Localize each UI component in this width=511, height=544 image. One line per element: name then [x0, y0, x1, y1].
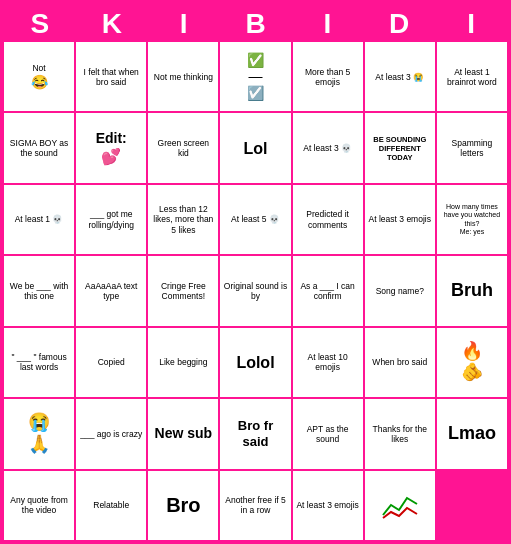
- cell-1-4[interactable]: At least 3 💀: [293, 113, 363, 182]
- cell-emoji: 🔥🫵: [461, 341, 483, 384]
- cell-text: Not me thinking: [154, 72, 213, 82]
- cell-2-0[interactable]: Spamming letters: [437, 113, 507, 182]
- cell-text: Like begging: [159, 357, 207, 367]
- cell-5-4[interactable]: Bro fr said: [220, 399, 290, 468]
- cell-text: ___ ago is crazy: [80, 429, 142, 439]
- cell-6-4[interactable]: Another free if 5 in a row: [220, 471, 290, 540]
- cell-4-0[interactable]: Bruh: [437, 256, 507, 325]
- cell-4-3[interactable]: Like begging: [148, 328, 218, 397]
- header-d: D: [363, 8, 435, 40]
- cell-text: At least 3 emojis: [296, 500, 358, 510]
- cell-0-1[interactable]: I felt that when bro said: [76, 42, 146, 111]
- cell-text: Less than 12 likes, more than 5 likes: [151, 204, 215, 235]
- header-i1: I: [148, 8, 220, 40]
- cell-text: Edit:: [96, 130, 127, 147]
- cell-2-3[interactable]: Less than 12 likes, more than 5 likes: [148, 185, 218, 254]
- cell-6-1[interactable]: Any quote from the video: [4, 471, 74, 540]
- cell-6-6[interactable]: [365, 471, 435, 540]
- cell-3-2[interactable]: AaAaAaA text type: [76, 256, 146, 325]
- header-s: S: [4, 8, 76, 40]
- cell-4-4[interactable]: Lolol: [220, 328, 290, 397]
- cell-2-5[interactable]: Predicted it comments: [293, 185, 363, 254]
- cell-text: Song name?: [376, 286, 424, 296]
- cell-text: When bro said: [372, 357, 427, 367]
- cell-text: BE SOUNDING DIFFERENT TODAY: [368, 135, 432, 162]
- cell-0-6[interactable]: At least 1 brainrot word: [437, 42, 507, 111]
- cell-text: Spamming letters: [440, 138, 504, 158]
- cell-text: Lolol: [236, 353, 274, 372]
- header-row: S K I B I D I: [4, 4, 507, 42]
- cell-5-2[interactable]: ___ ago is crazy: [76, 399, 146, 468]
- cell-text: Lmao: [448, 423, 496, 445]
- cell-1-3[interactable]: Lol: [220, 113, 290, 182]
- cell-5-6[interactable]: Thanks for the likes: [365, 399, 435, 468]
- cell-text: Any quote from the video: [7, 495, 71, 515]
- cell-emoji: 😂: [31, 74, 48, 91]
- cell-2-6[interactable]: At least 3 emojis: [365, 185, 435, 254]
- cell-0-4[interactable]: More than 5 emojis: [293, 42, 363, 111]
- cell-0-2[interactable]: Not me thinking: [148, 42, 218, 111]
- cell-2-1[interactable]: At least 1 💀: [4, 185, 74, 254]
- cell-text: At least 3 💀: [303, 143, 352, 153]
- cell-text: How many times have you watched this?Me:…: [440, 203, 504, 237]
- cell-text: I felt that when bro said: [79, 67, 143, 87]
- cell-text: Another free if 5 in a row: [223, 495, 287, 515]
- cell-text: AaAaAaA text type: [79, 281, 143, 301]
- cell-text: Cringe Free Comments!: [151, 281, 215, 301]
- cell-text: Thanks for the likes: [368, 424, 432, 444]
- cell-0-0[interactable]: Not😂: [4, 42, 74, 111]
- cell-4-1[interactable]: " ___ " famous last words: [4, 328, 74, 397]
- cell-text: Not: [32, 63, 45, 73]
- cell-1-1[interactable]: Edit:💕: [76, 113, 146, 182]
- cell-text: ___ got me rolling/dying: [79, 209, 143, 229]
- cell-3-6[interactable]: Song name?: [365, 256, 435, 325]
- header-b: B: [220, 8, 292, 40]
- cell-text: Green screen kid: [151, 138, 215, 158]
- cell-text: SIGMA BOY as the sound: [7, 138, 71, 158]
- cell-text: More than 5 emojis: [296, 67, 360, 87]
- cell-text: At least 10 emojis: [296, 352, 360, 372]
- header-i2: I: [291, 8, 363, 40]
- cell-3-3[interactable]: Cringe Free Comments!: [148, 256, 218, 325]
- cell-6-5[interactable]: At least 3 emojis: [293, 471, 363, 540]
- cell-6-3[interactable]: Bro: [148, 471, 218, 540]
- cell-4-6[interactable]: When bro said: [365, 328, 435, 397]
- cell-4-2[interactable]: Copied: [76, 328, 146, 397]
- cell-text: At least 3 emojis: [369, 214, 431, 224]
- cell-6-2[interactable]: Relatable: [76, 471, 146, 540]
- cell-5-3[interactable]: New sub: [148, 399, 218, 468]
- cell-text: Relatable: [93, 500, 129, 510]
- cell-emoji: 💕: [101, 147, 121, 166]
- cell-text: Bruh: [451, 280, 493, 302]
- cell-3-1[interactable]: We be ___ with this one: [4, 256, 74, 325]
- header-k: K: [76, 8, 148, 40]
- cell-text: APT as the sound: [296, 424, 360, 444]
- cell-text: Bro: [166, 493, 200, 517]
- cell-5-1[interactable]: 😭🙏: [4, 399, 74, 468]
- cell-4-5[interactable]: At least 10 emojis: [293, 328, 363, 397]
- cell-text: At least 3 😭: [375, 72, 424, 82]
- cell-text: We be ___ with this one: [7, 281, 71, 301]
- header-i3: I: [435, 8, 507, 40]
- cell-2-2[interactable]: ___ got me rolling/dying: [76, 185, 146, 254]
- cell-1-0[interactable]: SIGMA BOY as the sound: [4, 113, 74, 182]
- cell-5-0[interactable]: 🔥🫵: [437, 328, 507, 397]
- cell-text: Original sound is by: [223, 281, 287, 301]
- cell-3-4[interactable]: Original sound is by: [220, 256, 290, 325]
- cell-2-4[interactable]: At least 5 💀: [220, 185, 290, 254]
- cell-text: At least 1 💀: [15, 214, 64, 224]
- cell-text: At least 1 brainrot word: [440, 67, 504, 87]
- cell-text: New sub: [155, 425, 213, 442]
- cell-checkmarks: ✅—☑️: [247, 52, 264, 102]
- cell-1-2[interactable]: Green screen kid: [148, 113, 218, 182]
- cell-text: Predicted it comments: [296, 209, 360, 229]
- cell-6-0[interactable]: Lmao: [437, 399, 507, 468]
- cell-0-3[interactable]: ✅—☑️: [220, 42, 290, 111]
- cell-5-5[interactable]: APT as the sound: [293, 399, 363, 468]
- cell-3-5[interactable]: As a ___ I can confirm: [293, 256, 363, 325]
- cell-text: Lol: [243, 139, 267, 158]
- cell-1-5[interactable]: BE SOUNDING DIFFERENT TODAY: [365, 113, 435, 182]
- cell-0-5[interactable]: At least 3 😭: [365, 42, 435, 111]
- cell-text: At least 5 💀: [231, 214, 280, 224]
- cell-3-0[interactable]: How many times have you watched this?Me:…: [437, 185, 507, 254]
